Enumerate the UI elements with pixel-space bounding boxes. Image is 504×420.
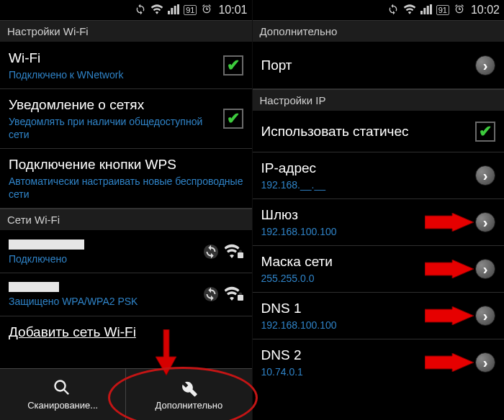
ssid-redacted xyxy=(9,282,59,292)
row-sub: 255.255.0.0 xyxy=(261,272,470,285)
signal-icon xyxy=(168,4,179,17)
battery-indicator: 91 xyxy=(184,5,197,15)
checkbox-static[interactable] xyxy=(475,122,495,142)
row-title: Уведомление о сетях xyxy=(9,96,217,114)
menu-advanced[interactable]: Дополнительно xyxy=(125,369,251,420)
row-network-1[interactable]: Защищено WPA/WPA2 PSK xyxy=(0,273,252,316)
row-gateway[interactable]: Шлюз 192.168.100.100 xyxy=(253,199,505,246)
row-title: Подключение кнопки WPS xyxy=(9,156,243,173)
row-sub: Защищено WPA/WPA2 PSK xyxy=(9,295,197,308)
signal-icon xyxy=(420,4,432,17)
row-port[interactable]: Порт xyxy=(253,42,505,89)
menu-scan[interactable]: Сканирование... xyxy=(0,369,125,420)
row-sub: 10.74.0.1 xyxy=(261,365,470,378)
alarm-icon xyxy=(454,4,465,17)
wifi-icon xyxy=(403,4,416,17)
alarm-icon xyxy=(201,4,212,17)
section-advanced: Дополнительно xyxy=(253,20,505,42)
row-sub: 192.168.100.100 xyxy=(261,225,470,238)
svg-rect-1 xyxy=(238,252,243,258)
row-netmask[interactable]: Маска сети 255.255.0.0 xyxy=(253,246,505,293)
battery-indicator: 91 xyxy=(436,5,449,15)
row-add-network[interactable]: Добавить сеть Wi-Fi xyxy=(0,316,252,348)
row-title: Wi-Fi xyxy=(9,50,217,67)
chevron-icon xyxy=(475,306,495,326)
menu-label: Дополнительно xyxy=(156,400,223,411)
row-sub: Подключено к WNetwork xyxy=(9,68,217,81)
ssid-redacted xyxy=(9,239,84,250)
wifi-secure-icon xyxy=(225,286,243,302)
row-dns2[interactable]: DNS 2 10.74.0.1 xyxy=(253,339,505,385)
left-screen: 91 10:01 Настройки Wi-Fi Wi-Fi Подключен… xyxy=(0,0,252,420)
sync-icon xyxy=(203,286,219,302)
row-title: DNS 2 xyxy=(261,347,470,364)
checkbox-notify[interactable] xyxy=(223,109,243,129)
row-title: DNS 1 xyxy=(261,300,470,317)
row-wifi-toggle[interactable]: Wi-Fi Подключено к WNetwork xyxy=(0,42,252,89)
row-ip-address[interactable]: IP-адрес 192.168.__.__ xyxy=(253,152,505,199)
row-title: Добавить сеть Wi-Fi xyxy=(9,324,243,341)
row-network-0[interactable]: Подключено xyxy=(0,231,252,273)
right-screen: 91 10:02 Дополнительно Порт Настройки IP… xyxy=(252,0,505,420)
row-network-notify[interactable]: Уведомление о сетях Уведомлять при налич… xyxy=(0,89,252,149)
chevron-icon xyxy=(475,212,495,232)
section-ip-settings: Настройки IP xyxy=(253,89,505,111)
checkbox-wifi[interactable] xyxy=(223,55,243,76)
row-dns1[interactable]: DNS 1 192.168.100.100 xyxy=(253,293,505,339)
row-title: Использовать статичес xyxy=(261,123,470,140)
wifi-icon xyxy=(150,4,163,17)
row-static-ip[interactable]: Использовать статичес xyxy=(253,111,505,152)
wifi-secure-icon xyxy=(225,244,243,260)
sync-icon xyxy=(203,244,219,260)
chevron-icon xyxy=(475,165,495,186)
sync-icon xyxy=(135,4,146,17)
row-title: Маска сети xyxy=(261,253,470,270)
row-wps[interactable]: Подключение кнопки WPS Автоматически нас… xyxy=(0,149,252,209)
chevron-icon xyxy=(475,259,495,279)
row-title: IP-адрес xyxy=(261,160,470,177)
chevron-icon xyxy=(475,55,495,76)
clock: 10:02 xyxy=(471,4,500,17)
row-sub: Подключено xyxy=(9,252,197,265)
chevron-icon xyxy=(475,352,495,373)
row-sub: Автоматически настраивать новые беспрово… xyxy=(9,175,243,201)
section-networks: Сети Wi-Fi xyxy=(0,209,252,231)
svg-rect-3 xyxy=(238,295,243,301)
clock: 10:01 xyxy=(218,4,247,17)
status-bar: 91 10:01 xyxy=(0,0,252,20)
menu-label: Сканирование... xyxy=(27,400,98,411)
row-title: Порт xyxy=(261,57,470,74)
status-bar: 91 10:02 xyxy=(253,0,505,20)
row-sub: Уведомлять при наличии общедоступной сет… xyxy=(9,115,217,141)
section-wifi-settings: Настройки Wi-Fi xyxy=(0,20,252,42)
row-sub: 192.168.__.__ xyxy=(261,178,470,191)
row-title: Шлюз xyxy=(261,206,470,224)
options-menu: Сканирование... Дополнительно xyxy=(0,368,252,420)
sync-icon xyxy=(387,4,399,17)
row-sub: 192.168.100.100 xyxy=(261,319,470,332)
